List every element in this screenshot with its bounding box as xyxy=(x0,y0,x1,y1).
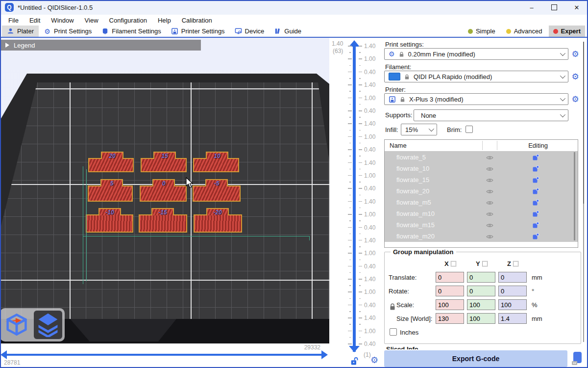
model-plate--5[interactable]: -5 xyxy=(193,185,241,202)
input-rotate-z[interactable] xyxy=(498,286,527,296)
edit-object-icon[interactable] xyxy=(532,154,539,162)
input-scale-y[interactable] xyxy=(467,299,495,310)
moves-slider-right-thumb[interactable] xyxy=(321,350,328,359)
slider-settings-gear-icon[interactable]: ⚙ xyxy=(370,356,378,365)
mode-advanced[interactable]: Advanced xyxy=(502,26,547,37)
mode-expert[interactable]: Expert xyxy=(549,26,585,37)
printer-combo[interactable]: X-Plus 3 (modified) xyxy=(384,93,568,105)
object-list-scrollbar[interactable] xyxy=(574,152,575,240)
maximize-button[interactable] xyxy=(543,0,565,15)
edit-object-icon[interactable] xyxy=(532,210,539,219)
print-settings-combo[interactable]: ⚙ 0.20mm Fine (modified) xyxy=(384,48,568,60)
tab-label: Plater xyxy=(17,27,34,35)
editor-view-button[interactable] xyxy=(2,311,31,339)
uniform-scale-lock-icon[interactable] xyxy=(389,303,396,311)
model-plate--20[interactable]: -20 xyxy=(194,214,242,233)
object-row-flowrate_5[interactable]: flowrate_5 xyxy=(385,152,578,163)
model-plate--15[interactable]: -15 xyxy=(139,214,187,233)
inches-checkbox[interactable] xyxy=(390,328,397,336)
lock-icon xyxy=(398,51,405,57)
model-plate-5[interactable]: 5 xyxy=(88,185,133,202)
input-rotate-x[interactable] xyxy=(436,286,464,296)
object-row-flowrate_m10[interactable]: flowrate_m10 xyxy=(385,208,578,219)
object-row-flowrate_10[interactable]: flowrate_10 xyxy=(385,163,578,174)
group-manipulation-panel: Group manipulation XYZ Translate:mmRotat… xyxy=(384,252,581,344)
menu-window[interactable]: Window xyxy=(46,17,79,24)
filament-combo[interactable]: QIDI PLA Rapido (modified) xyxy=(384,71,568,82)
menu-edit[interactable]: Edit xyxy=(24,17,46,24)
infill-combo[interactable]: 15% xyxy=(401,124,437,135)
axis-frame-icon xyxy=(451,261,456,266)
layer-slider-track[interactable] xyxy=(353,43,356,352)
moves-slider-track[interactable] xyxy=(5,354,322,356)
visibility-eye-icon[interactable] xyxy=(486,177,493,184)
view-mode-buttons xyxy=(0,308,65,342)
edit-object-icon[interactable] xyxy=(532,233,539,241)
editing-column-header[interactable]: Editing xyxy=(499,142,577,149)
model-plate-10[interactable]: 10 xyxy=(193,158,239,172)
visibility-eye-icon[interactable] xyxy=(486,188,493,196)
visibility-eye-icon[interactable] xyxy=(486,234,493,241)
minimize-button[interactable]: – xyxy=(520,0,543,15)
object-row-flowrate_m20[interactable]: flowrate_m20 xyxy=(385,231,578,242)
edit-object-icon[interactable] xyxy=(532,165,539,174)
slider-lock-icon[interactable] xyxy=(350,357,358,366)
layer-slider-lower-thumb[interactable] xyxy=(349,346,360,352)
input-translate-x[interactable] xyxy=(436,272,464,283)
edit-object-icon[interactable] xyxy=(532,222,539,230)
tab-device[interactable]: Device xyxy=(230,26,270,37)
mode-simple[interactable]: Simple xyxy=(464,26,500,37)
menu-configuration[interactable]: Configuration xyxy=(104,17,152,24)
moves-slider-left-thumb[interactable] xyxy=(0,350,7,359)
tab-label: Filament Settings xyxy=(112,27,161,35)
name-column-header[interactable]: Name xyxy=(385,142,407,149)
input-sizeworld-x[interactable] xyxy=(436,313,464,324)
input-translate-z[interactable] xyxy=(498,272,527,283)
edit-object-icon[interactable] xyxy=(532,188,539,196)
sidebar-scrollbar-thumb[interactable] xyxy=(583,42,584,204)
model-plate-0[interactable]: 0 xyxy=(140,185,187,202)
print-settings-edit-button[interactable]: ⚙ xyxy=(571,50,580,58)
edit-object-icon[interactable] xyxy=(532,177,539,185)
visibility-eye-icon[interactable] xyxy=(486,155,493,162)
input-rotate-y[interactable] xyxy=(467,286,495,296)
visibility-eye-icon[interactable] xyxy=(486,166,493,173)
object-row-flowrate_20[interactable]: flowrate_20 xyxy=(385,185,578,197)
input-scale-x[interactable] xyxy=(436,299,464,310)
export-to-sd-button[interactable] xyxy=(569,350,586,367)
moves-slider-panel: 29332 28781 xyxy=(0,343,329,368)
tab-printer-settings[interactable]: Printer Settings xyxy=(166,26,230,37)
export-gcode-button[interactable]: Export G-code xyxy=(384,350,567,367)
tab-filament-settings[interactable]: Filament Settings xyxy=(97,26,166,37)
printer-edit-button[interactable]: ⚙ xyxy=(571,95,580,104)
model-plate--10[interactable]: -10 xyxy=(86,214,133,233)
visibility-eye-icon[interactable] xyxy=(486,200,493,207)
tick-left xyxy=(348,279,352,280)
close-button[interactable]: ✕ xyxy=(565,0,588,15)
tab-guide[interactable]: Guide xyxy=(269,26,306,37)
input-sizeworld-y[interactable] xyxy=(467,313,495,324)
visibility-eye-icon[interactable] xyxy=(486,222,493,230)
model-plate-15[interactable]: 15 xyxy=(141,158,187,172)
tab-print-settings[interactable]: ⚙Print Settings xyxy=(39,26,97,37)
viewport-3d[interactable]: 20151050-5-10-15-20 Legend xyxy=(0,38,329,343)
tab-plater[interactable]: Plater xyxy=(2,26,39,37)
supports-combo[interactable]: None xyxy=(414,109,568,121)
filament-edit-button[interactable]: ⚙ xyxy=(571,72,580,81)
brim-checkbox[interactable] xyxy=(466,126,473,133)
input-translate-y[interactable] xyxy=(467,272,495,283)
object-row-flowrate_m5[interactable]: flowrate_m5 xyxy=(385,197,578,208)
legend-collapse-bar[interactable]: Legend xyxy=(1,40,201,51)
input-sizeworld-z[interactable] xyxy=(498,313,527,324)
input-scale-z[interactable] xyxy=(498,299,527,310)
menu-help[interactable]: Help xyxy=(152,17,176,24)
object-row-flowrate_15[interactable]: flowrate_15 xyxy=(385,174,578,185)
preview-view-button[interactable] xyxy=(34,311,62,339)
menu-calibration[interactable]: Calibration xyxy=(176,17,218,24)
menu-view[interactable]: View xyxy=(79,17,104,24)
object-row-flowrate_m15[interactable]: flowrate_m15 xyxy=(385,219,578,231)
model-plate-20[interactable]: 20 xyxy=(88,158,134,172)
edit-object-icon[interactable] xyxy=(532,199,539,208)
visibility-eye-icon[interactable] xyxy=(486,211,493,218)
menu-file[interactable]: File xyxy=(3,17,24,24)
